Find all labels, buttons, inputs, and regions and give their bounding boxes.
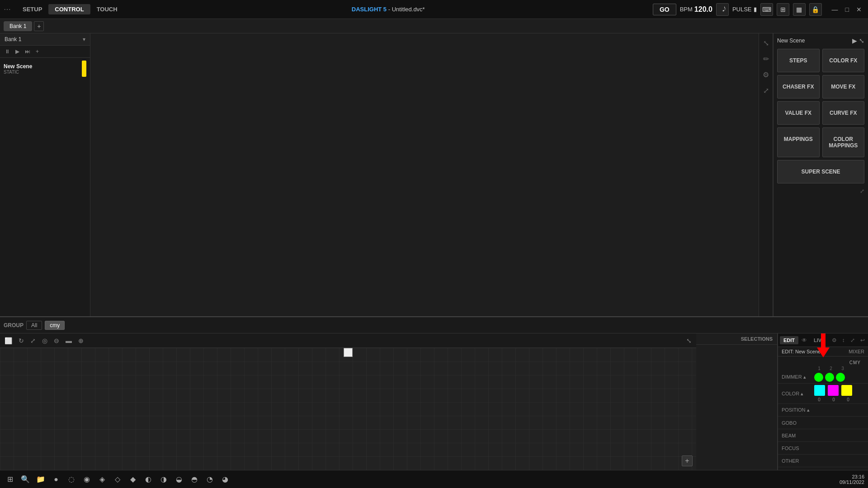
right-side-icons: ⤡ ✏ ⚙ ⤢	[759, 33, 773, 316]
chrome-icon[interactable]: ●	[50, 473, 62, 486]
edit-tab-live[interactable]: LIVE	[810, 336, 828, 344]
go-button[interactable]: GO	[653, 4, 676, 15]
dimmer-dot-2[interactable]	[825, 373, 834, 382]
super-scene-button[interactable]: SUPER SCENE	[777, 160, 864, 183]
files-icon[interactable]: 📁	[34, 473, 47, 486]
search-icon[interactable]: 🔍	[19, 473, 32, 486]
app-icon-3[interactable]: ◇	[111, 473, 124, 486]
position-label[interactable]: POSITION ▴	[782, 407, 814, 413]
tab-icon-4[interactable]: ↩	[858, 336, 867, 345]
app-icon-9[interactable]: ◔	[203, 473, 216, 486]
slider-tool-icon[interactable]: ▬	[64, 336, 74, 345]
resize-icon[interactable]: ⤡	[761, 37, 771, 49]
add-tool-icon[interactable]: ⊕	[76, 336, 85, 345]
gobo-label[interactable]: GOBO	[782, 420, 814, 426]
edge-icon[interactable]: ◌	[65, 473, 78, 486]
app-icon-10[interactable]: ◕	[219, 473, 231, 486]
app-icon-4[interactable]: ◆	[127, 473, 139, 486]
fx-row-1: STEPS COLOR FX	[777, 49, 864, 72]
menu-setup[interactable]: SETUP	[16, 4, 48, 14]
mappings-button[interactable]: MAPPINGS	[777, 127, 820, 157]
group-tab-all[interactable]: All	[26, 321, 42, 330]
windows-icon[interactable]: ⊞	[4, 473, 16, 486]
app-icon-7[interactable]: ◒	[173, 473, 185, 486]
date-display: 09/11/2022	[840, 479, 864, 485]
video-icon[interactable]: ▦	[793, 3, 806, 16]
color-fx-button[interactable]: COLOR FX	[822, 49, 865, 72]
taskbar: ⊞ 🔍 📁 ● ◌ ◉ ◈ ◇ ◆ ◐ ◑ ◒ ◓ ◔ ◕ 23:16 09/1…	[0, 470, 868, 488]
value-fx-button[interactable]: VALUE FX	[777, 101, 820, 125]
keyboard-icon[interactable]: ⌨	[760, 3, 773, 16]
play-button[interactable]: ▶	[14, 47, 21, 56]
pulse-label: PULSE	[732, 6, 752, 13]
menu-control[interactable]: CONTROL	[48, 4, 90, 14]
dimmer-dot-1[interactable]	[814, 373, 823, 382]
maximize-button[interactable]: □	[843, 5, 852, 14]
fixture-grid	[0, 348, 696, 470]
pause-button[interactable]: ⏸	[3, 47, 12, 56]
eye-icon[interactable]: 👁	[799, 336, 809, 345]
group-label: GROUP	[4, 322, 24, 328]
beam-label[interactable]: BEAM	[782, 433, 814, 438]
tab-icon-1[interactable]: ⚙	[830, 336, 839, 345]
edit-tab-edit[interactable]: EDIT	[780, 336, 798, 344]
color-swatch-yellow[interactable]	[841, 385, 852, 396]
timer-tool-icon[interactable]: ◎	[40, 336, 49, 345]
focus-label[interactable]: FOCUS	[782, 446, 814, 451]
fixture-item[interactable]	[344, 348, 353, 357]
color-mappings-button[interactable]: COLOR MAPPINGS	[822, 127, 865, 157]
metronome-icon[interactable]: 𝅘𝅥𝅮	[716, 3, 729, 16]
tab-icon-2[interactable]: ↕	[840, 336, 847, 345]
bank-tab-1[interactable]: Bank 1	[4, 21, 32, 31]
app-icon-1[interactable]: ◉	[80, 473, 93, 486]
skip-button[interactable]: ⏭	[23, 47, 32, 56]
chaser-fx-button[interactable]: CHASER FX	[777, 75, 820, 99]
menu-dots-icon[interactable]: ⋯	[4, 5, 11, 14]
move-tool-icon[interactable]: ⤢	[28, 336, 38, 345]
fx-row-2: CHASER FX MOVE FX	[777, 75, 864, 99]
pencil-icon[interactable]: ✏	[761, 53, 771, 65]
close-button[interactable]: ✕	[854, 5, 864, 14]
app-icon-5[interactable]: ◐	[142, 473, 155, 486]
bpm-value[interactable]: 120.0	[694, 5, 712, 14]
lock-icon[interactable]: 🔒	[809, 3, 822, 16]
rotate-tool-icon[interactable]: ↻	[17, 336, 26, 345]
mixer-button[interactable]: MIXER	[849, 349, 864, 354]
grid-icon[interactable]: ⊞	[777, 3, 789, 16]
bank-dropdown-icon[interactable]: ▾	[83, 36, 85, 42]
settings-icon[interactable]: ⚙	[761, 69, 771, 81]
curve-fx-button[interactable]: CURVE FX	[822, 101, 865, 125]
menu-touch[interactable]: TOUCH	[90, 4, 124, 14]
app-icon-2[interactable]: ◈	[96, 473, 108, 486]
add-bank-button[interactable]: +	[34, 21, 44, 31]
position-row: POSITION ▴	[778, 404, 868, 417]
move-fx-button[interactable]: MOVE FX	[822, 75, 865, 99]
group-tab-cmy[interactable]: cmy	[45, 321, 65, 330]
app-icon-8[interactable]: ◓	[188, 473, 201, 486]
other-row: OTHER	[778, 455, 868, 467]
color-val-2: 0	[829, 397, 839, 402]
fx-play-icon[interactable]: ▶	[852, 37, 857, 44]
expand-icon[interactable]: ⤢	[761, 84, 771, 97]
app-icon-6[interactable]: ◑	[157, 473, 170, 486]
minimize-button[interactable]: —	[829, 5, 841, 14]
bottom-add-button[interactable]: +	[682, 455, 693, 466]
dimmer-dot-3[interactable]	[836, 373, 845, 382]
center-panel	[90, 33, 759, 316]
fx-resize-icon[interactable]: ⤡	[859, 37, 864, 44]
add-scene-button[interactable]: +	[34, 47, 41, 56]
select-tool-icon[interactable]: ⬜	[3, 336, 14, 345]
other-label[interactable]: OTHER	[782, 458, 814, 464]
minus-tool-icon[interactable]: ⊖	[52, 336, 61, 345]
app-title: DASLIGHT 5 - Untitled.dvc*	[124, 6, 653, 13]
color-swatch-magenta[interactable]	[828, 385, 839, 396]
toolbar-right-icon[interactable]: ⤡	[684, 336, 693, 345]
steps-button[interactable]: STEPS	[777, 49, 820, 72]
tab-icon-3[interactable]: ⤢	[848, 336, 857, 345]
dimmer-label[interactable]: DIMMER ▴	[782, 374, 814, 380]
fx-expand-icon[interactable]: ⤢	[860, 188, 864, 194]
color-label[interactable]: COLOR ▴	[782, 391, 814, 397]
cmy-header-area: CMY	[778, 357, 868, 366]
color-swatch-cyan[interactable]	[814, 385, 825, 396]
scene-item-new-scene[interactable]: New Scene STATIC	[0, 58, 90, 80]
